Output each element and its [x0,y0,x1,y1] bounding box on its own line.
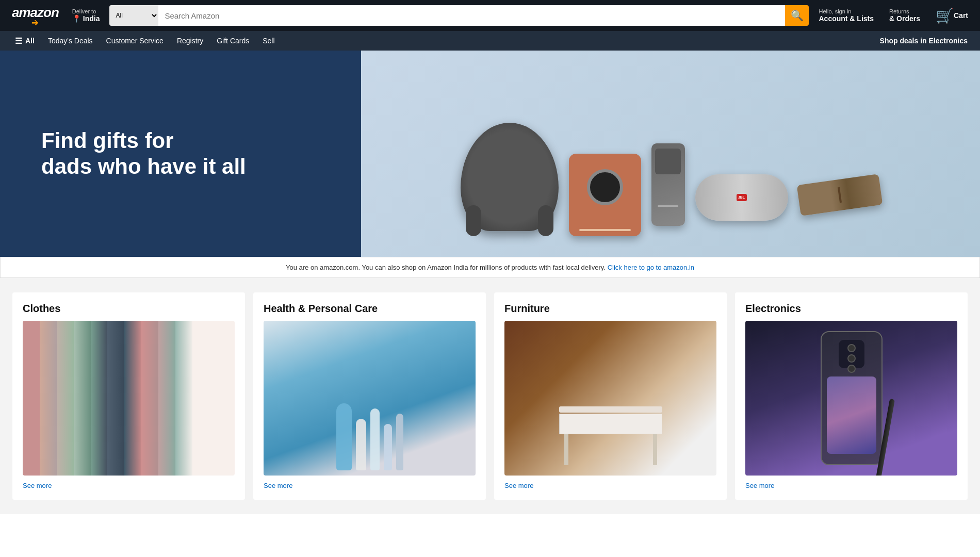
clothes-visual [23,321,235,476]
nav-link-registry[interactable]: Registry [170,31,210,51]
returns-label: Returns [889,8,920,14]
clothes-image [23,321,235,476]
furniture-image [504,321,716,476]
header: amazon 🡪 Deliver to 📍 India All Electron… [0,0,980,31]
search-input[interactable] [158,5,785,26]
account-label: Account & Lists [819,14,874,23]
nav-all-label: All [25,37,35,45]
hero-right: JBL [361,51,980,257]
health-see-more[interactable]: See more [264,482,476,489]
account-greeting: Hello, sign in [819,8,874,14]
deliver-to-country: 📍 India [72,14,100,23]
header-right: Hello, sign in Account & Lists Returns &… [815,5,972,27]
health-visual [264,321,476,476]
logo-button[interactable]: amazon 🡪 [8,2,62,29]
shop-deals-promo[interactable]: Shop deals in Electronics [876,37,972,45]
hero-headphones [461,123,559,231]
hero-title: Find gifts for dads who have it all [41,128,320,180]
returns-button[interactable]: Returns & Orders [886,6,924,25]
location-icon: 📍 [72,14,81,23]
electronics-image [745,321,957,476]
search-button[interactable]: 🔍 [785,5,809,26]
navbar: ☰ All Today's Deals Customer Service Reg… [0,31,980,51]
clothes-see-more[interactable]: See more [23,482,235,489]
category-title-electronics: Electronics [745,303,957,315]
furniture-see-more[interactable]: See more [504,482,716,489]
category-card-health[interactable]: Health & Personal Care See more [253,292,486,500]
logo-arrow: 🡪 [31,19,39,27]
hero-phone [651,143,685,226]
search-icon: 🔍 [791,9,804,22]
nav-link-todays-deals[interactable]: Today's Deals [41,31,100,51]
nav-link-gift-cards[interactable]: Gift Cards [210,31,256,51]
hero-left: Find gifts for dads who have it all [0,51,361,257]
orders-label: & Orders [889,14,920,23]
search-bar: All Electronics Clothing Books 🔍 [109,5,809,26]
electronics-visual [745,321,957,476]
furniture-visual [504,321,716,476]
category-card-electronics[interactable]: Electronics [735,292,968,500]
category-card-clothes[interactable]: Clothes See more [12,292,245,500]
category-card-furniture[interactable]: Furniture [494,292,727,500]
nav-all-button[interactable]: ☰ All [8,31,41,51]
deliver-to-label: Deliver to [72,8,100,14]
nav-link-customer-service[interactable]: Customer Service [100,31,170,51]
hero-sunglasses [796,174,883,216]
category-title-health: Health & Personal Care [264,303,476,315]
india-notice-link[interactable]: Click here to go to amazon.in [608,264,694,271]
hero-banner[interactable]: Find gifts for dads who have it all [0,51,980,257]
category-title-clothes: Clothes [23,303,235,315]
account-button[interactable]: Hello, sign in Account & Lists [815,6,877,25]
india-notice-bar: You are on amazon.com. You can also shop… [0,257,980,278]
hero-speaker: JBL [695,174,788,221]
search-category-select[interactable]: All Electronics Clothing Books [109,5,158,26]
cart-button[interactable]: 🛒 Cart [932,5,972,27]
product-grid: Clothes See more Health & Personal Care [0,278,980,514]
health-image [264,321,476,476]
deliver-to-button[interactable]: Deliver to 📍 India [69,6,104,25]
nav-links: Today's Deals Customer Service Registry … [41,31,282,51]
cart-icon: 🛒 [936,7,954,24]
cart-label: Cart [954,11,968,20]
electronics-see-more[interactable]: See more [745,482,957,489]
hero-camera [569,154,641,236]
india-notice-text: You are on amazon.com. You can also shop… [286,264,606,271]
category-title-furniture: Furniture [504,303,716,315]
hamburger-icon: ☰ [15,36,22,46]
nav-link-sell[interactable]: Sell [256,31,281,51]
